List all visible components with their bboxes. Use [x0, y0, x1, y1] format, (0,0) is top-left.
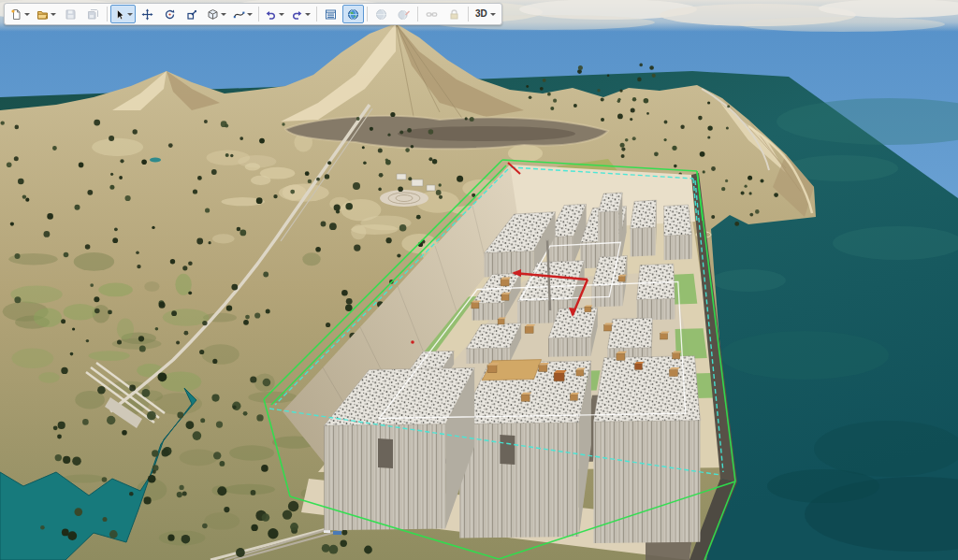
undo-icon [265, 8, 277, 21]
snap-button[interactable] [204, 5, 229, 23]
globe-icon [347, 8, 359, 21]
globe-edit-icon [398, 8, 410, 21]
lock-icon [448, 8, 460, 21]
link-icon [426, 8, 438, 21]
small-pond [150, 158, 161, 163]
redo-icon [291, 8, 303, 21]
toolbar-separator [367, 7, 368, 22]
app-window: 3D [0, 0, 958, 560]
chevron-down-icon [490, 13, 496, 16]
view-mode-button[interactable]: 3D [472, 5, 499, 23]
scale-button[interactable] [181, 5, 203, 23]
spline-button[interactable] [230, 5, 255, 23]
chevron-down-icon [24, 13, 30, 16]
move-icon [141, 8, 153, 21]
project-window-button[interactable] [320, 5, 341, 23]
chevron-down-icon [221, 13, 226, 16]
view-mode-label: 3D [474, 6, 488, 22]
quarry [380, 190, 428, 207]
save-all-icon [87, 8, 99, 21]
new-file-icon [10, 8, 22, 21]
cube-icon [207, 8, 219, 21]
chevron-down-icon [279, 13, 284, 16]
scene-3d [0, 0, 958, 560]
chevron-down-icon [247, 13, 253, 16]
toolbar-separator [417, 7, 418, 22]
world-alt-button [370, 5, 392, 23]
toolbar-separator [107, 7, 108, 22]
toolbar-separator [316, 7, 317, 22]
move-button[interactable] [137, 5, 158, 23]
link-button [421, 5, 443, 23]
open-button[interactable] [34, 5, 59, 23]
save-icon [65, 8, 77, 21]
new-button[interactable] [7, 5, 33, 23]
globe2-icon [375, 8, 387, 21]
lock-button [443, 5, 465, 23]
spline-icon [233, 8, 245, 21]
toolbar: 3D [4, 3, 502, 25]
rotate-button[interactable] [159, 5, 181, 23]
undo-button[interactable] [262, 5, 287, 23]
open-folder-icon [36, 8, 49, 21]
world-edit-button [393, 5, 414, 23]
select-button[interactable] [110, 5, 136, 23]
chevron-down-icon [305, 13, 311, 16]
viewport-3d[interactable] [0, 0, 958, 560]
chevron-down-icon [51, 13, 56, 16]
chevron-down-icon [127, 13, 133, 16]
red-marker-dot [411, 340, 414, 344]
list-window-icon [325, 8, 337, 21]
save-button [60, 5, 81, 23]
save-all-button [82, 5, 104, 23]
redo-button[interactable] [288, 5, 313, 23]
cursor-icon [113, 8, 125, 21]
toolbar-separator [468, 7, 469, 22]
scale-icon [186, 8, 198, 21]
rotate-icon [164, 8, 176, 21]
toolbar-separator [258, 7, 259, 22]
world-button[interactable] [342, 5, 364, 23]
